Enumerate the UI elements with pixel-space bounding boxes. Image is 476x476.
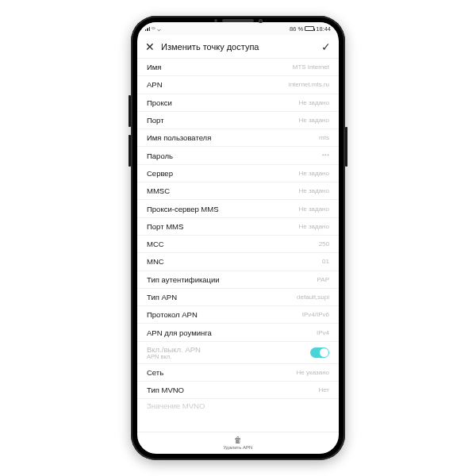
battery-text: 86 % [290, 25, 303, 33]
row-apn-type[interactable]: Тип APN default,supl [137, 289, 339, 306]
row-value: Не задано [298, 117, 329, 124]
row-name[interactable]: Имя MTS Internet [137, 59, 339, 76]
battery-icon [305, 26, 314, 31]
row-label: APN [147, 80, 163, 89]
row-apn-roaming[interactable]: APN для роуминга IPv4 [137, 324, 339, 341]
clock: 18:44 [316, 25, 331, 33]
row-value: PAP [317, 276, 329, 283]
row-port[interactable]: Порт Не задано [137, 112, 339, 129]
row-value: Не указано [297, 369, 329, 376]
row-apn[interactable]: APN internet.mts.ru [137, 76, 339, 94]
row-value: IPv4 [317, 329, 329, 336]
row-value: internet.mts.ru [289, 81, 329, 88]
row-password[interactable]: Пароль *** [137, 147, 339, 164]
toggle-switch[interactable] [310, 347, 329, 358]
screen: ⌔ ⌵ 86 % 18:44 ✕ Изменить точку доступа … [137, 22, 339, 454]
status-left: ⌔ ⌵ [145, 25, 161, 33]
row-server[interactable]: Сервер Не задано [137, 165, 339, 182]
settings-list: Имя MTS Internet APN internet.mts.ru Про… [137, 59, 339, 432]
wifi-icon: ⌔ [152, 25, 155, 33]
row-value: mts [319, 134, 329, 141]
bottom-label: Удалить APN [224, 445, 253, 450]
row-label: Порт [147, 116, 164, 125]
row-mms-proxy[interactable]: Прокси-сервер MMS Не задано [137, 200, 339, 217]
power-button [345, 127, 347, 167]
row-label: Тип APN [147, 293, 177, 301]
row-mms-port[interactable]: Порт MMS Не задано [137, 218, 339, 236]
row-mvno-value: Значение MVNO [137, 399, 339, 412]
row-mnc[interactable]: MNC 01 [137, 253, 339, 271]
row-value: 250 [319, 240, 329, 248]
row-sublabel: APN вкл. [147, 354, 201, 360]
volume-up-button [129, 95, 131, 127]
row-label: Тип MVNO [147, 386, 184, 394]
row-proxy[interactable]: Прокси Не задано [137, 94, 339, 112]
toggle-text: Вкл./выкл. APN APN вкл. [147, 345, 201, 360]
row-label: Тип аутентификации [147, 275, 220, 284]
row-label: Значение MVNO [147, 401, 205, 410]
row-label: Вкл./выкл. APN [147, 345, 201, 354]
row-label: Протокол APN [147, 310, 198, 319]
row-label: Пароль [147, 152, 173, 160]
row-value: Не задано [298, 205, 329, 213]
row-value: Не задано [298, 223, 329, 230]
row-value: default,supl [297, 294, 329, 301]
row-value: IPv4/IPv6 [302, 311, 329, 318]
row-mvno-type[interactable]: Тип MVNO Нет [137, 382, 339, 399]
row-value: Не задано [298, 99, 329, 106]
row-label: Прокси [147, 98, 172, 107]
row-label: Сервер [147, 169, 173, 178]
row-value: Не задано [298, 170, 329, 177]
status-right: 86 % 18:44 [290, 25, 331, 33]
bluetooth-icon: ⌵ [157, 25, 161, 33]
row-network[interactable]: Сеть Не указано [137, 364, 339, 382]
row-label: MNC [147, 257, 164, 266]
row-auth-type[interactable]: Тип аутентификации PAP [137, 271, 339, 289]
row-value: Не задано [298, 187, 329, 194]
row-label: Прокси-сервер MMS [147, 205, 219, 213]
bottom-bar[interactable]: 🗑 Удалить APN [137, 432, 339, 454]
row-label: MMSC [147, 186, 170, 195]
row-value: MTS Internet [293, 63, 329, 71]
status-bar: ⌔ ⌵ 86 % 18:44 [137, 22, 339, 35]
row-label: Порт MMS [147, 222, 183, 231]
row-label: Имя [147, 63, 162, 71]
signal-icon [145, 26, 150, 31]
header: ✕ Изменить точку доступа ✓ [137, 35, 339, 59]
row-username[interactable]: Имя пользователя mts [137, 129, 339, 147]
phone-notch [202, 18, 274, 23]
row-mcc[interactable]: MCC 250 [137, 236, 339, 253]
row-label: APN для роуминга [147, 328, 212, 337]
confirm-icon[interactable]: ✓ [321, 40, 331, 53]
row-value: Нет [318, 386, 329, 393]
row-apn-toggle[interactable]: Вкл./выкл. APN APN вкл. [137, 342, 339, 364]
phone-frame: ⌔ ⌵ 86 % 18:44 ✕ Изменить точку доступа … [131, 16, 345, 460]
close-icon[interactable]: ✕ [145, 41, 155, 52]
row-apn-protocol[interactable]: Протокол APN IPv4/IPv6 [137, 306, 339, 324]
row-mmsc[interactable]: MMSC Не задано [137, 182, 339, 200]
trash-icon: 🗑 [234, 436, 242, 444]
volume-down-button [129, 135, 131, 167]
page-title: Изменить точку доступа [161, 42, 315, 52]
row-value: *** [322, 152, 329, 159]
row-label: MCC [147, 240, 164, 248]
row-label: Сеть [147, 368, 163, 377]
row-label: Имя пользователя [147, 133, 211, 142]
row-value: 01 [322, 258, 329, 265]
